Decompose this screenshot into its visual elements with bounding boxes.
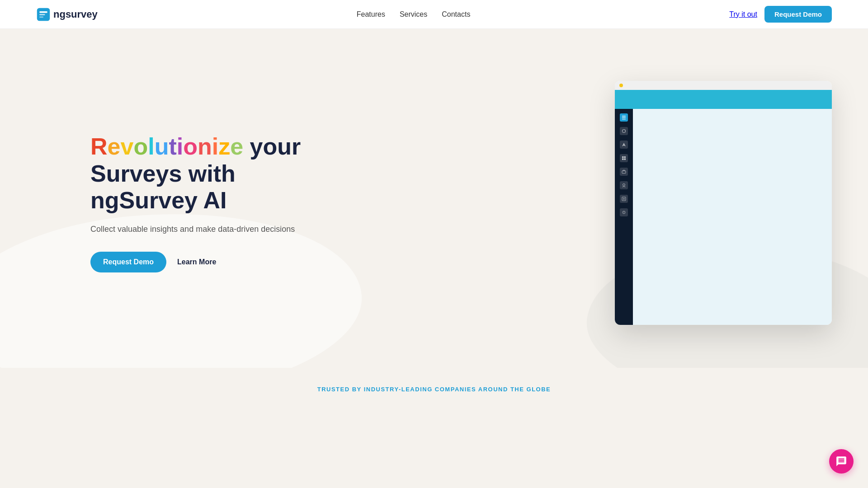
svg-rect-14 <box>622 197 626 201</box>
svg-rect-5 <box>622 117 626 118</box>
svg-point-13 <box>623 184 625 186</box>
logo-icon <box>36 7 51 22</box>
navbar: ngsurvey Features Services Contacts Try … <box>0 0 868 29</box>
svg-point-19 <box>624 213 624 214</box>
chat-icon <box>835 455 847 467</box>
nav-contacts[interactable]: Contacts <box>442 10 470 18</box>
sidebar-icon-5 <box>620 168 628 176</box>
hero-heading-line2: Surveys with <box>90 160 236 187</box>
hero-right <box>615 81 832 325</box>
sidebar-icon-6 <box>620 181 628 189</box>
logo-link[interactable]: ngsurvey <box>36 7 98 22</box>
svg-rect-1 <box>39 11 47 13</box>
mockup-content <box>633 109 832 325</box>
svg-rect-4 <box>622 116 626 117</box>
svg-rect-11 <box>624 159 626 160</box>
learn-more-link[interactable]: Learn More <box>177 258 216 266</box>
sidebar-icon-1 <box>620 113 628 122</box>
logo-text: ngsurvey <box>53 9 98 20</box>
trusted-section: TRUSTED BY INDUSTRY-LEADING COMPANIES AR… <box>0 368 868 420</box>
hero-heading-rest-line1: your <box>250 133 301 160</box>
sidebar-icon-2 <box>620 127 628 135</box>
app-mockup <box>615 81 832 325</box>
hero-heading-colorful: Revolutionize <box>90 133 250 160</box>
hero-heading: Revolutionize your Surveys with ngSurvey… <box>90 133 301 214</box>
sidebar-icon-7 <box>620 195 628 203</box>
mockup-sidebar <box>615 109 633 325</box>
window-dot-yellow <box>619 84 623 87</box>
try-it-out-link[interactable]: Try it out <box>729 10 757 19</box>
svg-rect-6 <box>622 119 626 120</box>
hero-section: Revolutionize your Surveys with ngSurvey… <box>0 29 868 368</box>
hero-heading-line3: ngSurvey AI <box>90 187 227 213</box>
svg-rect-2 <box>39 14 45 15</box>
sidebar-icon-8 <box>620 208 628 216</box>
request-demo-hero-button[interactable]: Request Demo <box>90 252 166 272</box>
svg-rect-3 <box>39 16 43 18</box>
nav-services[interactable]: Services <box>400 10 427 18</box>
svg-rect-12 <box>622 171 626 174</box>
request-demo-nav-button[interactable]: Request Demo <box>764 6 832 23</box>
svg-rect-8 <box>622 156 624 158</box>
mockup-topbar <box>615 81 832 90</box>
hero-left: Revolutionize your Surveys with ngSurvey… <box>90 133 301 272</box>
sidebar-icon-3 <box>620 141 628 149</box>
sidebar-icon-4 <box>620 154 628 162</box>
nav-features[interactable]: Features <box>357 10 385 18</box>
chat-button[interactable] <box>829 449 854 474</box>
trusted-label: TRUSTED BY INDUSTRY-LEADING COMPANIES AR… <box>36 386 832 393</box>
hero-buttons: Request Demo Learn More <box>90 252 301 272</box>
svg-rect-10 <box>622 159 624 160</box>
mockup-body <box>615 109 832 325</box>
svg-point-7 <box>623 130 626 133</box>
svg-rect-9 <box>624 156 626 158</box>
mockup-header-bar <box>615 90 832 109</box>
nav-links: Features Services Contacts <box>357 10 471 19</box>
nav-right: Try it out Request Demo <box>729 6 832 23</box>
hero-subtext: Collect valuable insights and make data-… <box>90 223 301 235</box>
